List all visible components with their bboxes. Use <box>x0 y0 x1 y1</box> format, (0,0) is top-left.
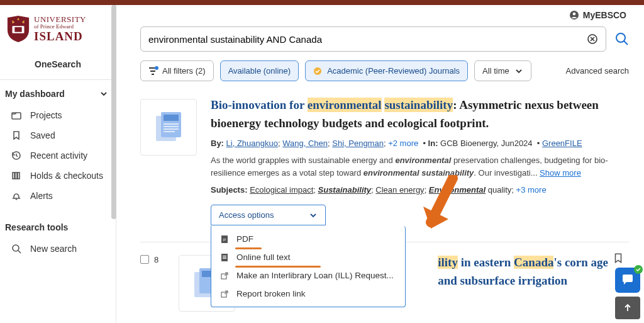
svg-rect-1 <box>14 27 21 32</box>
badge-icon <box>313 67 322 76</box>
result-title[interactable]: Bio-innovation for environmental sustain… <box>211 96 629 132</box>
history-icon <box>11 150 21 161</box>
peer-label: Academic (Peer-Reviewed) Journals <box>327 66 460 76</box>
result-type-icon <box>140 99 197 156</box>
svg-rect-18 <box>164 128 179 130</box>
svg-rect-19 <box>164 131 175 132</box>
dashboard-nav: Projects Saved Recent activity Holds & c… <box>0 105 116 206</box>
institution-logo[interactable]: UNIVERSITY of Prince Edward ISLAND <box>0 5 116 50</box>
all-time-chip[interactable]: All time <box>474 60 531 81</box>
status-check-icon <box>634 265 643 274</box>
shield-icon <box>6 15 30 43</box>
access-option-online[interactable]: Online full text <box>211 248 405 266</box>
access-options-button[interactable]: Access options <box>211 205 326 225</box>
source-link[interactable]: GreenFILE <box>542 139 582 148</box>
sidebar-item-label: Recent activity <box>30 150 87 161</box>
svg-rect-5 <box>15 173 17 179</box>
chat-widget[interactable] <box>615 268 640 293</box>
tools-nav: New search <box>0 239 116 259</box>
search-box[interactable] <box>140 26 606 52</box>
clear-icon[interactable] <box>587 33 598 45</box>
sidebar-item-holds[interactable]: Holds & checkouts <box>0 166 116 186</box>
author-link[interactable]: Shi, Pengman <box>332 139 384 148</box>
svg-rect-15 <box>164 115 179 121</box>
logo-line1: UNIVERSITY <box>34 15 86 24</box>
search-icon <box>11 244 21 254</box>
chevron-down-icon <box>99 89 108 98</box>
external-link-icon <box>220 271 229 280</box>
bell-icon <box>11 191 21 201</box>
result-snippet: As the world grapples with sustainable e… <box>211 154 629 179</box>
author-link[interactable]: Li, Zhuangkuo <box>226 139 278 148</box>
show-more-link[interactable]: Show more <box>540 168 581 178</box>
fulltext-icon <box>220 253 229 262</box>
subject-link[interactable]: Clean energy <box>375 185 424 195</box>
sidebar-item-saved[interactable]: Saved <box>0 125 116 145</box>
all-filters-label: All filters (2) <box>162 66 206 76</box>
my-dashboard-toggle[interactable]: My dashboard <box>0 80 116 105</box>
bookmark-icon <box>11 130 21 140</box>
user-icon <box>569 10 579 20</box>
sidebar-item-label: Alerts <box>30 191 53 201</box>
sidebar-item-new-search[interactable]: New search <box>0 239 116 259</box>
svg-point-9 <box>572 13 575 16</box>
access-option-ill[interactable]: Make an Interlibrary Loan (ILL) Request.… <box>211 266 405 285</box>
svg-point-11 <box>616 33 625 42</box>
result-subjects: Subjects: Ecological impact; Sustainabil… <box>211 185 629 195</box>
available-label: Available (online) <box>228 66 291 76</box>
access-options-label: Access options <box>219 210 274 220</box>
result-index: 8 <box>154 255 158 264</box>
more-authors-link[interactable]: +2 more <box>388 139 418 148</box>
sidebar: UNIVERSITY of Prince Edward ISLAND OneSe… <box>0 5 116 323</box>
svg-text:P: P <box>223 238 226 242</box>
chat-icon <box>621 273 635 287</box>
sidebar-item-projects[interactable]: Projects <box>0 105 116 125</box>
library-icon <box>11 171 21 181</box>
main-content: MyEBSCO All filters (2) Available (onlin… <box>116 5 644 323</box>
filter-active-dot <box>155 66 158 70</box>
svg-point-7 <box>13 245 19 251</box>
sidebar-item-alerts[interactable]: Alerts <box>0 186 116 206</box>
myebsco-link[interactable]: MyEBSCO <box>569 10 626 20</box>
subject-link[interactable]: Ecological impact <box>250 185 313 195</box>
search-result: Bio-innovation for environmental sustain… <box>140 96 629 225</box>
document-icon <box>150 108 187 146</box>
external-link-icon <box>220 290 229 298</box>
search-input[interactable] <box>148 34 587 45</box>
search-button[interactable] <box>615 32 629 46</box>
pdf-icon: P <box>220 235 229 244</box>
myebsco-label: MyEBSCO <box>583 10 626 20</box>
svg-rect-4 <box>13 173 14 179</box>
available-online-chip[interactable]: Available (online) <box>220 60 299 81</box>
author-link[interactable]: Wang, Chen <box>282 139 328 148</box>
sidebar-item-label: Holds & checkouts <box>30 171 103 181</box>
subject-link[interactable]: Environmental <box>429 185 486 195</box>
svg-rect-16 <box>164 123 179 125</box>
sidebar-item-recent[interactable]: Recent activity <box>0 145 116 166</box>
logo-line3: ISLAND <box>34 30 86 43</box>
all-time-label: All time <box>482 66 509 76</box>
peer-reviewed-chip[interactable]: Academic (Peer-Reviewed) Journals <box>305 60 468 81</box>
svg-rect-25 <box>223 258 226 259</box>
onesearch-label[interactable]: OneSearch <box>0 50 116 80</box>
bookmark-button[interactable] <box>613 252 624 264</box>
scroll-to-top-button[interactable] <box>615 297 640 319</box>
access-option-report[interactable]: Report broken link <box>211 285 405 303</box>
result-byline: By: Li, Zhuangkuo; Wang, Chen; Shi, Peng… <box>211 139 629 148</box>
folder-icon <box>11 110 21 120</box>
svg-rect-24 <box>223 257 226 258</box>
sidebar-item-label: New search <box>30 244 77 254</box>
arrow-up-icon <box>623 303 633 313</box>
all-filters-chip[interactable]: All filters (2) <box>140 60 214 81</box>
top-brand-bar <box>0 0 644 5</box>
sidebar-item-label: Projects <box>30 110 62 120</box>
research-tools-header: Research tools <box>0 206 116 239</box>
advanced-search-link[interactable]: Advanced search <box>566 66 629 76</box>
subject-link[interactable]: Sustainability <box>318 185 372 195</box>
sidebar-item-label: Saved <box>30 130 55 140</box>
access-option-pdf[interactable]: P PDF <box>211 230 405 248</box>
chevron-down-icon <box>309 211 318 220</box>
sidebar-scrollbar[interactable] <box>111 5 116 219</box>
result-checkbox[interactable] <box>140 255 149 264</box>
more-subjects-link[interactable]: +3 more <box>516 185 547 195</box>
